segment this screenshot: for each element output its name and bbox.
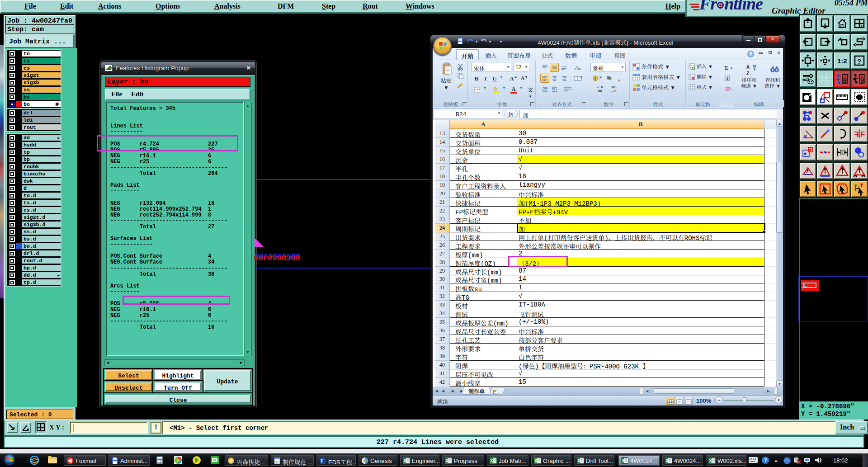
- svg-text:4: 4: [841, 151, 844, 155]
- svg-text:F: F: [321, 458, 323, 463]
- svg-text:Z: Z: [746, 71, 749, 76]
- svg-text:?: ?: [764, 458, 767, 463]
- svg-text:iW: iW: [212, 458, 217, 462]
- svg-text:X: X: [490, 458, 493, 463]
- svg-text:X: X: [534, 458, 538, 463]
- svg-text:A: A: [746, 65, 750, 70]
- svg-text:ab: ab: [577, 66, 581, 71]
- svg-text:X: X: [665, 458, 669, 463]
- svg-text:X: X: [445, 458, 448, 463]
- svg-text:F: F: [860, 130, 865, 139]
- svg-text:X: X: [622, 458, 625, 463]
- svg-text:1:2: 1:2: [837, 57, 847, 65]
- svg-text:XY: XY: [860, 24, 865, 28]
- svg-text:X: X: [709, 458, 712, 463]
- svg-text:X: X: [403, 458, 406, 463]
- svg-text:?: ?: [857, 57, 861, 65]
- svg-text:$: $: [594, 76, 596, 81]
- svg-text:e: e: [32, 457, 35, 464]
- svg-text:F: F: [854, 130, 859, 139]
- svg-text:X: X: [577, 458, 580, 463]
